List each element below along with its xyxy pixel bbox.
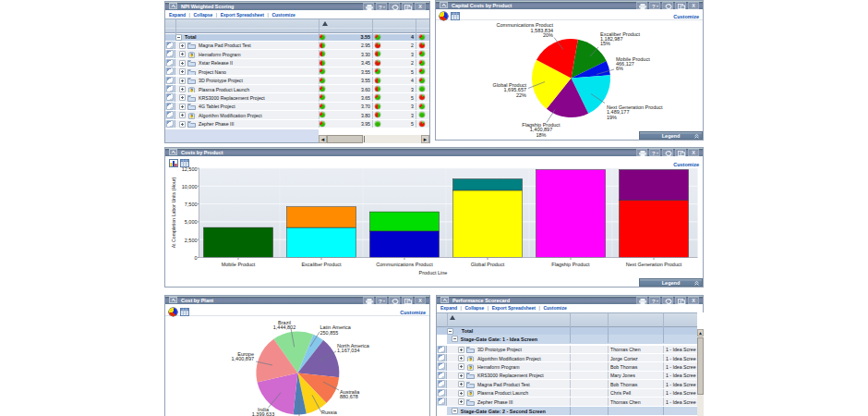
svg-text:Product Line: Product Line: [419, 270, 448, 275]
svg-text:15%: 15%: [600, 41, 610, 46]
svg-text:Global Product: Global Product: [471, 262, 505, 267]
svg-text:Russia: Russia: [321, 410, 338, 415]
svg-text:6%: 6%: [616, 66, 623, 71]
svg-text:At Completion Labor Units (Hou: At Completion Labor Units (Hour): [171, 177, 176, 248]
svg-text:7,500: 7,500: [185, 202, 198, 207]
svg-text:1,399,633: 1,399,633: [252, 411, 274, 416]
svg-text:18%: 18%: [536, 132, 546, 138]
svg-text:2,500: 2,500: [185, 238, 198, 243]
svg-text:250,855: 250,855: [320, 330, 339, 336]
svg-text:1,167,034: 1,167,034: [337, 348, 359, 353]
svg-text:1,400,897: 1,400,897: [232, 356, 254, 361]
svg-text:22%: 22%: [516, 92, 526, 98]
svg-text:12,500: 12,500: [182, 166, 198, 172]
svg-text:0: 0: [194, 255, 197, 261]
svg-text:Communications Product: Communications Product: [376, 262, 433, 267]
svg-text:10,000: 10,000: [182, 184, 198, 190]
svg-text:5,000: 5,000: [185, 219, 198, 225]
svg-text:Mobile Product: Mobile Product: [222, 262, 256, 267]
svg-text:1,444,802: 1,444,802: [273, 324, 295, 330]
svg-text:Excaliber Product: Excaliber Product: [301, 262, 342, 267]
svg-text:880,678: 880,678: [340, 394, 358, 399]
svg-text:20%: 20%: [543, 32, 553, 38]
svg-text:Flagship Product: Flagship Product: [551, 262, 590, 267]
svg-text:Next Generation Product: Next Generation Product: [626, 262, 682, 267]
svg-text:19%: 19%: [607, 115, 617, 120]
